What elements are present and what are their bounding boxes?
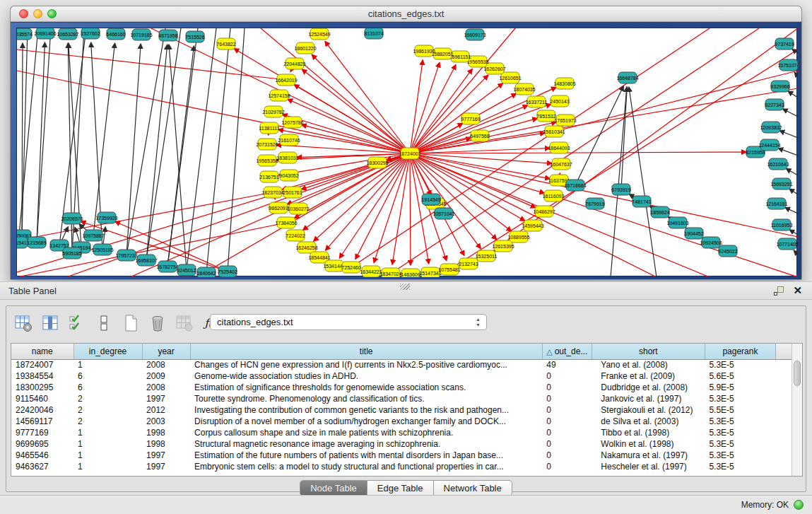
graph-node[interactable]: 7525402 <box>218 266 237 277</box>
column-header-name[interactable]: name <box>11 344 73 359</box>
graph-node[interactable]: 10360272 <box>287 203 309 214</box>
graph-node[interactable]: 10653287 <box>57 28 78 40</box>
graph-node[interactable]: 10975887 <box>82 230 104 241</box>
graph-node[interactable]: 17651973 <box>554 115 576 126</box>
graph-node[interactable]: 1859624 <box>650 206 669 218</box>
citation-network-graph[interactable]: 1872400712524549186012202204482516642019… <box>17 28 798 277</box>
cell-pagerank[interactable]: 5.9E-5 <box>705 382 775 393</box>
cell-short[interactable]: de Silva et al. (2003) <box>592 416 705 427</box>
cell-short[interactable]: Yano et al. (2008) <box>592 359 705 370</box>
graph-node[interactable]: 15610341 <box>543 126 565 137</box>
table-row[interactable]: 2242004622012Investigating the contribut… <box>11 404 792 416</box>
table-row[interactable]: 946362711997Embryonic stem cells: a mode… <box>11 461 792 472</box>
graph-node[interactable]: 18724007 <box>399 148 420 159</box>
graph-node[interactable]: 1527602 <box>81 28 100 39</box>
cell-title[interactable]: Genome-wide association studies in ADHD. <box>190 370 542 382</box>
toggle-rows-icon[interactable] <box>94 313 114 333</box>
cell-in_degree[interactable]: 6 <box>73 370 142 382</box>
graph-node[interactable]: 18300295 <box>366 157 388 168</box>
graph-node[interactable]: 1215689 <box>27 237 46 248</box>
citation-edge-red[interactable] <box>410 152 746 153</box>
graph-node[interactable]: 16958107 <box>135 255 157 266</box>
table-scrollbar-thumb[interactable] <box>794 361 801 386</box>
graph-node[interactable]: 9777169 <box>461 113 480 124</box>
graph-node[interactable]: 15751074 <box>777 59 798 71</box>
cell-short[interactable]: Tibbo et al. (1998) <box>592 427 705 438</box>
graph-node[interactable]: 15325011 <box>476 250 498 262</box>
citation-edge-red[interactable] <box>410 83 503 153</box>
citation-edge[interactable] <box>575 86 623 185</box>
graph-node[interactable]: 12574158 <box>268 90 290 101</box>
cell-name[interactable]: 9115460 <box>11 393 73 404</box>
graph-node[interactable]: 7481741 <box>632 196 651 207</box>
column-header-pagerank[interactable]: pagerank <box>705 344 775 359</box>
cell-in_degree[interactable]: 6 <box>73 382 142 393</box>
graph-node[interactable]: 19565358 <box>256 155 278 166</box>
table-scrollbar[interactable] <box>792 344 802 476</box>
cell-short[interactable]: Hescheler et al. (1997) <box>592 461 705 472</box>
cell-pagerank[interactable]: 5.5E-5 <box>705 404 775 416</box>
cell-pagerank[interactable]: 5.3E-5 <box>705 438 775 450</box>
cell-pagerank[interactable]: 5.6E-5 <box>705 370 775 382</box>
graph-node[interactable]: 16210643 <box>767 158 789 170</box>
cell-year[interactable]: 2008 <box>142 359 190 370</box>
citation-edge[interactable] <box>789 230 798 235</box>
cell-name[interactable]: 18724007 <box>11 359 73 370</box>
graph-node[interactable]: 1463609 <box>401 269 420 277</box>
graph-node[interactable]: 11381111 <box>259 122 279 134</box>
tab-node-table[interactable]: Node Table <box>300 480 367 496</box>
graph-node[interactable]: 10771405 <box>776 238 798 250</box>
cell-name[interactable]: 19384554 <box>11 370 73 382</box>
cell-short[interactable]: Nakamura et al. (1997) <box>592 450 705 461</box>
graph-node[interactable]: 20731526 <box>256 139 278 150</box>
graph-node[interactable]: 16344221 <box>360 266 382 277</box>
graph-node[interactable]: 17359928 <box>95 212 117 223</box>
graph-node[interactable]: 12164181 <box>765 198 787 209</box>
cell-in_degree[interactable]: 1 <box>73 461 142 472</box>
graph-node[interactable]: 20206576 <box>61 213 83 224</box>
graph-node[interactable]: 9329966 <box>770 81 789 92</box>
table-row[interactable]: 1938455462009Genome-wide association stu… <box>11 370 792 382</box>
graph-node[interactable]: 2132743 <box>459 258 478 269</box>
column-header-in_degree[interactable]: in_degree <box>73 344 142 359</box>
cell-short[interactable]: Stergiakouli et al. (2012) <box>592 404 705 416</box>
citation-edge[interactable] <box>167 28 198 267</box>
cell-year[interactable]: 1998 <box>142 427 190 438</box>
citation-edge[interactable] <box>788 91 798 98</box>
cell-out_de[interactable]: 0 <box>542 450 592 461</box>
table-row[interactable]: 946554611997Estimation of the future num… <box>11 450 792 461</box>
cell-pagerank[interactable]: 5.3E-5 <box>705 416 775 427</box>
citation-edge-red[interactable] <box>410 62 440 153</box>
graph-node[interactable]: 6497568 <box>470 130 489 141</box>
cell-name[interactable]: 9777169 <box>11 427 73 438</box>
graph-node[interactable]: 10755481 <box>438 264 460 275</box>
graph-node[interactable]: 7851532 <box>536 110 555 122</box>
graph-node[interactable]: 7679919 <box>585 198 604 209</box>
column-header-title[interactable]: title <box>190 344 542 359</box>
column-header-out_de[interactable]: △out_de... <box>542 344 592 359</box>
cell-title[interactable]: Embryonic stem cells: a model to study s… <box>190 461 542 472</box>
cell-in_degree[interactable]: 2 <box>73 416 142 427</box>
graph-node[interactable]: 8131074 <box>364 28 383 39</box>
column-header-year[interactable]: year <box>142 344 190 359</box>
graph-node[interactable]: 9043052 <box>279 170 298 181</box>
cell-year[interactable]: 2009 <box>142 370 190 382</box>
citation-edge[interactable] <box>126 44 141 255</box>
graph-node[interactable]: 10924508 <box>700 237 722 248</box>
graph-node[interactable]: 19861930 <box>413 45 435 57</box>
cell-title[interactable]: Tourette syndrome. Phenomenology and cla… <box>190 393 542 404</box>
tab-network-table[interactable]: Network Table <box>434 480 512 496</box>
cell-out_de[interactable]: 0 <box>542 393 592 404</box>
cell-out_de[interactable]: 0 <box>542 416 592 427</box>
citation-edge-red[interactable] <box>410 60 423 153</box>
graph-node[interactable]: 12444154 <box>758 139 780 151</box>
graph-node[interactable]: 22044825 <box>283 58 305 69</box>
citation-edge[interactable] <box>146 28 181 260</box>
cell-in_degree[interactable]: 2 <box>73 393 142 404</box>
cell-year[interactable]: 1997 <box>142 450 190 461</box>
cell-out_de[interactable]: 49 <box>542 359 592 370</box>
graph-node[interactable]: 16609173 <box>464 29 486 40</box>
table-row[interactable]: 969969511998Structural magnetic resonanc… <box>11 438 792 450</box>
cell-out_de[interactable]: 0 <box>542 461 592 472</box>
cell-title[interactable]: Structural magnetic resonance image aver… <box>190 438 542 450</box>
